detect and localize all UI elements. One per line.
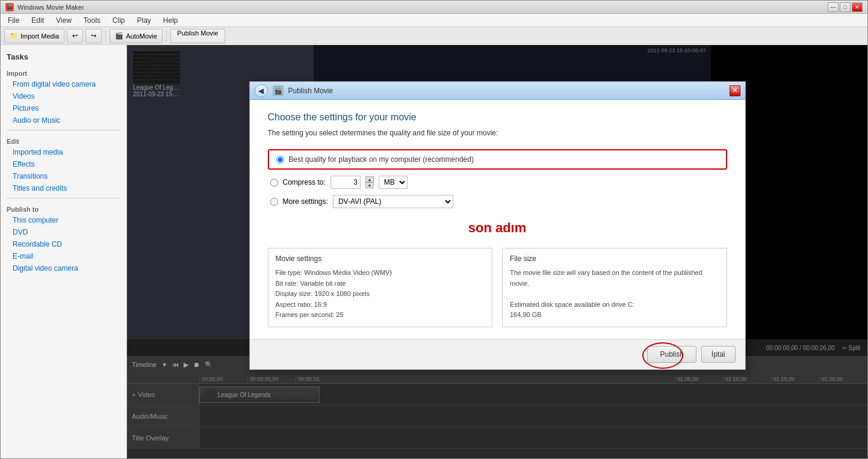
import-media-button[interactable]: 📁 Import Media [4, 29, 64, 43]
cancel-button[interactable]: İptal [701, 346, 736, 363]
frames-per-second: Frames per second: 25 [276, 310, 485, 321]
disk-space-value: 164,90 GB [510, 310, 719, 321]
unit-select[interactable]: MB [379, 176, 408, 189]
svg-text:🎬: 🎬 [274, 87, 282, 95]
spinner-up[interactable]: ▲ [365, 176, 374, 182]
publish-button-wrapper: Publish [647, 346, 696, 363]
dialog-overlay: ◀ 🎬 Publish Movie ✕ Choose the settings … [127, 45, 867, 458]
tasks-title: Tasks [1, 50, 126, 66]
sidebar-link-videos[interactable]: Videos [1, 90, 126, 102]
file-size-content: The movie file size will vary based on t… [510, 268, 719, 321]
sidebar-link-dvd[interactable]: DVD [1, 226, 126, 238]
main-window: 🎬 Windows Movie Maker — □ ✕ File Edit Vi… [0, 0, 868, 459]
edit-section-title: Edit [1, 134, 126, 146]
sidebar-link-this-computer[interactable]: This computer [1, 214, 126, 226]
automovie-icon: 🎬 [115, 32, 123, 40]
sidebar-link-effects[interactable]: Effects [1, 158, 126, 170]
best-quality-radio[interactable] [276, 156, 284, 164]
publish-section-title: Publish to [1, 202, 126, 214]
dialog-body: Choose the settings for your movie The s… [250, 100, 745, 339]
son-adim-text: son adım [268, 220, 727, 236]
menu-tools[interactable]: Tools [79, 15, 105, 26]
file-size-description: The movie file size will vary based on t… [510, 268, 719, 289]
dialog-back-button[interactable]: ◀ [255, 84, 268, 97]
undo-button[interactable]: ↩ [67, 29, 83, 43]
menu-help[interactable]: Help [158, 15, 183, 26]
sidebar-link-imported-media[interactable]: Imported media [1, 146, 126, 158]
menu-clip[interactable]: Clip [108, 15, 130, 26]
menu-play[interactable]: Play [132, 15, 156, 26]
menu-bar: File Edit View Tools Clip Play Help [1, 14, 867, 27]
dialog-title-text: Publish Movie [288, 87, 333, 95]
close-button[interactable]: ✕ [852, 2, 863, 12]
sidebar-link-pictures[interactable]: Pictures [1, 102, 126, 114]
sidebar-link-transitions[interactable]: Transitions [1, 170, 126, 182]
compress-spinner: ▲ ▼ [365, 176, 374, 188]
publish-movie-tab[interactable]: Publish Movie [170, 29, 225, 43]
import-media-icon: 📁 [10, 32, 18, 40]
aspect-ratio: Aspect ratio: 16:9 [276, 300, 485, 310]
movie-settings-content: File type: Windows Media Video (WMV) Bit… [276, 268, 485, 321]
sidebar-link-digital-camera[interactable]: From digital video camera [1, 78, 126, 90]
toolbar-separator-2 [166, 30, 167, 42]
toolbar-separator [105, 30, 106, 42]
info-boxes: Movie settings File type: Windows Media … [268, 248, 727, 327]
compress-radio[interactable] [270, 179, 278, 186]
best-quality-label[interactable]: Best quality for playback on my computer… [289, 155, 474, 164]
file-size-title: File size [510, 254, 719, 263]
menu-edit[interactable]: Edit [26, 15, 49, 26]
bit-rate: Bit rate: Variable bit rate [276, 279, 485, 289]
dialog-footer: Publish İptal [250, 339, 745, 369]
dialog-title-bar: ◀ 🎬 Publish Movie ✕ [250, 82, 745, 100]
more-settings-option: More settings: DV-AVI (PAL) [268, 195, 727, 208]
more-settings-label[interactable]: More settings: [283, 197, 328, 206]
automovie-button[interactable]: 🎬 AutoMovie [110, 29, 163, 43]
disk-space-label: Estimated disk space available on drive … [510, 300, 719, 310]
redo-button[interactable]: ↪ [85, 29, 102, 43]
dialog-heading: Choose the settings for your movie [268, 112, 727, 123]
file-type: File type: Windows Media Video (WMV) [276, 268, 485, 279]
best-quality-option: Best quality for playback on my computer… [268, 149, 727, 170]
sidebar-link-audio[interactable]: Audio or Music [1, 114, 126, 126]
import-section-title: Import [1, 66, 126, 78]
more-settings-select[interactable]: DV-AVI (PAL) [333, 195, 453, 208]
sidebar: Tasks Import From digital video camera V… [1, 45, 127, 458]
dialog-title-left: ◀ 🎬 Publish Movie [255, 84, 333, 97]
sidebar-link-email[interactable]: E-mail [1, 250, 126, 262]
movie-settings-title: Movie settings [276, 254, 485, 263]
more-settings-radio[interactable] [270, 198, 278, 206]
dialog-close-button[interactable]: ✕ [730, 85, 740, 96]
menu-file[interactable]: File [3, 15, 24, 26]
maximize-button[interactable]: □ [840, 2, 851, 12]
compress-option: Compress to: ▲ ▼ MB [268, 176, 727, 189]
sidebar-link-recordable-cd[interactable]: Recordable CD [1, 238, 126, 250]
content-area: Tasks Import From digital video camera V… [1, 45, 867, 458]
file-size-box: File size The movie file size will vary … [502, 248, 727, 327]
minimize-button[interactable]: — [828, 2, 839, 12]
display-size: Display size: 1920 x 1080 pixels [276, 289, 485, 300]
movie-settings-box: Movie settings File type: Windows Media … [268, 248, 493, 327]
title-bar-left: 🎬 Windows Movie Maker [5, 3, 84, 11]
sidebar-divider-2 [7, 198, 120, 199]
menu-view[interactable]: View [51, 15, 76, 26]
window-title: Windows Movie Maker [17, 4, 84, 11]
window-controls: — □ ✕ [828, 2, 863, 12]
compress-value-input[interactable] [330, 176, 361, 189]
sidebar-link-titles[interactable]: Titles and credits [1, 182, 126, 194]
dialog-sub-text: The setting you select determines the qu… [268, 129, 727, 137]
toolbar: 📁 Import Media ↩ ↪ 🎬 AutoMovie Publish M… [1, 27, 867, 45]
sidebar-link-digital-camera-publish[interactable]: Digital video camera [1, 262, 126, 274]
publish-dialog: ◀ 🎬 Publish Movie ✕ Choose the settings … [249, 81, 746, 370]
sidebar-divider-1 [7, 130, 120, 131]
app-icon: 🎬 [5, 3, 14, 11]
dialog-movie-icon: 🎬 [273, 85, 284, 96]
spinner-down[interactable]: ▼ [365, 182, 374, 188]
publish-button[interactable]: Publish [647, 346, 696, 363]
title-bar: 🎬 Windows Movie Maker — □ ✕ [1, 1, 867, 14]
compress-label[interactable]: Compress to: [283, 178, 326, 186]
